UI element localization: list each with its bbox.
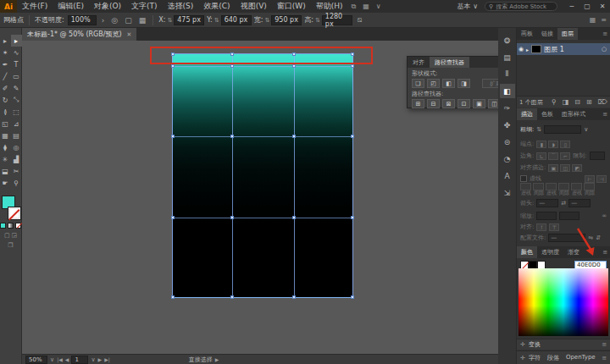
column-graph-tool[interactable]: ▟: [11, 153, 22, 165]
gradient-tool[interactable]: ▤: [11, 130, 22, 141]
style-chip-icon[interactable]: ▢: [123, 16, 134, 25]
symbol-sprayer-tool[interactable]: ✳: [0, 153, 11, 165]
layer-thumbnail[interactable]: [531, 45, 541, 53]
layers-tab-1[interactable]: 链接: [537, 28, 557, 40]
mesh-point-handle[interactable]: [230, 295, 234, 299]
width-profile-select[interactable]: —: [548, 234, 585, 242]
align-stroke-outside-button[interactable]: ◩: [572, 164, 582, 172]
menu-item-1[interactable]: 编辑(E): [53, 0, 89, 13]
opacity-field[interactable]: 100%: [68, 15, 97, 25]
draw-behind-icon[interactable]: ◲: [12, 232, 18, 239]
next-artboard-button[interactable]: ▶: [98, 356, 103, 362]
swap-arrows-icon[interactable]: ⇄: [561, 200, 566, 207]
shape-builder-tool[interactable]: ◱: [0, 118, 11, 130]
layers-tab-0[interactable]: 画板: [517, 28, 537, 40]
last-artboard-button[interactable]: ▶|: [104, 356, 110, 362]
layout-chevron-icon[interactable]: ∨: [373, 3, 385, 10]
artboard-number-field[interactable]: 1: [71, 356, 88, 364]
mesh-line-vertical[interactable]: [232, 54, 233, 297]
locate-object-button[interactable]: ⚲: [552, 98, 557, 106]
menu-item-0[interactable]: 文件(F): [17, 0, 53, 13]
minimize-button[interactable]: ─: [564, 0, 580, 13]
layer-name[interactable]: 图层 1: [544, 45, 564, 54]
arrow-align-tip-button[interactable]: ⊺: [536, 223, 546, 231]
mesh-point-handle[interactable]: [351, 295, 354, 299]
screen-mode-icon[interactable]: ❐: [8, 242, 13, 249]
menu-item-7[interactable]: 窗口(W): [272, 0, 311, 13]
panel-menu-icon[interactable]: ≡: [601, 16, 607, 24]
zoom-chevron-icon[interactable]: ∨: [50, 356, 54, 363]
mesh-point-handle[interactable]: [171, 135, 175, 138]
mesh-point-handle[interactable]: [292, 64, 296, 68]
rectangle-tool[interactable]: ▭: [11, 70, 22, 82]
mesh-point-handle[interactable]: [171, 64, 175, 68]
panel-menu-icon[interactable]: ≡: [602, 355, 607, 361]
divide-button[interactable]: ⊞: [412, 99, 424, 108]
color-tab-1[interactable]: 透明度: [537, 246, 563, 258]
chevron-right-icon[interactable]: ›: [100, 16, 107, 25]
pathfinder-tab-0[interactable]: 对齐: [408, 57, 430, 68]
first-artboard-button[interactable]: |◀: [57, 356, 63, 362]
scale-end-field[interactable]: [559, 212, 580, 220]
exclude-button[interactable]: ◨: [458, 79, 470, 88]
swatches-panel-icon[interactable]: ▤: [500, 50, 515, 64]
stroke-color-swatch[interactable]: [8, 207, 20, 219]
menu-item-8[interactable]: 帮助(H): [311, 0, 348, 13]
minus-front-button[interactable]: ◰: [427, 79, 440, 88]
type-tab-2[interactable]: OpenType: [566, 354, 596, 362]
draw-normal-icon[interactable]: ▢: [4, 232, 10, 239]
stroke-tab-2[interactable]: 图形样式: [557, 108, 590, 120]
color-mode-button[interactable]: [0, 223, 6, 229]
rotate-tool[interactable]: ↻: [0, 94, 11, 106]
menu-item-2[interactable]: 对象(O): [89, 0, 126, 13]
type-tab-1[interactable]: 段落: [547, 354, 559, 362]
menu-item-4[interactable]: 选择(S): [163, 0, 199, 13]
corner-miter-button[interactable]: ∟: [536, 152, 546, 160]
mesh-line-vertical[interactable]: [294, 54, 295, 297]
make-clip-mask-button[interactable]: ◨: [563, 98, 569, 106]
expand-layer-icon[interactable]: ▸: [526, 47, 529, 52]
target-circle-icon[interactable]: ○: [602, 46, 607, 52]
maximize-button[interactable]: ▢: [580, 0, 595, 13]
close-document-icon[interactable]: ✕: [127, 31, 132, 38]
crop-button[interactable]: ⊡: [458, 99, 470, 108]
delete-layer-button[interactable]: ⌦: [598, 98, 607, 106]
align-pixel-grid-icon[interactable]: ▦: [137, 16, 148, 25]
pathfinder-panel-icon[interactable]: ◧: [500, 84, 515, 98]
outline-button[interactable]: ▣: [473, 99, 485, 108]
scale-tool[interactable]: ⤡: [11, 94, 22, 106]
unite-button[interactable]: ❏: [412, 79, 424, 88]
mesh-tool[interactable]: ▦: [0, 130, 11, 141]
panel-menu-icon[interactable]: ≡: [602, 341, 607, 348]
width-tool[interactable]: ≬: [0, 106, 11, 118]
preferences-icon[interactable]: ▦: [590, 16, 596, 24]
slice-tool[interactable]: ✂: [11, 165, 22, 177]
free-transform-tool[interactable]: ⬚: [11, 106, 22, 118]
visibility-eye-icon[interactable]: ◉: [518, 46, 524, 52]
stroke-tab-1[interactable]: 色板: [537, 108, 557, 120]
trim-button[interactable]: ⊟: [427, 99, 440, 108]
eyedropper-tool[interactable]: ⧫: [0, 141, 11, 153]
mesh-point-handle[interactable]: [292, 135, 296, 138]
flip-vertical-icon[interactable]: ⇵: [596, 234, 601, 241]
align-stroke-center-button[interactable]: ▣: [548, 164, 558, 172]
new-layer-button[interactable]: ⊞: [586, 98, 592, 106]
selection-tool[interactable]: ▸: [0, 35, 11, 47]
panel-menu-icon[interactable]: ≡: [602, 108, 610, 120]
status-expand-icon[interactable]: ▶: [215, 356, 219, 362]
mesh-point-handle[interactable]: [292, 216, 296, 219]
mesh-line-horizontal[interactable]: [173, 218, 352, 218]
gradient-mode-button[interactable]: [8, 223, 14, 229]
panel-menu-icon[interactable]: ≡: [602, 246, 610, 258]
stepper-icon[interactable]: ⇅: [167, 17, 172, 24]
color-tab-2[interactable]: 渐变: [563, 246, 584, 258]
artboard-tool[interactable]: ⬓: [0, 165, 11, 177]
artboard-chevron-icon[interactable]: ∨: [91, 356, 95, 363]
chevron-down-icon[interactable]: ∨: [584, 126, 588, 133]
none-mode-button[interactable]: [15, 223, 21, 229]
hand-tool[interactable]: ☛: [0, 177, 11, 189]
cap-projecting-button[interactable]: ▯: [560, 141, 570, 148]
magic-wand-tool[interactable]: ✶: [0, 47, 11, 58]
align-stroke-inside-button[interactable]: ◫: [560, 164, 570, 172]
cap-butt-button[interactable]: ▮: [536, 141, 546, 148]
